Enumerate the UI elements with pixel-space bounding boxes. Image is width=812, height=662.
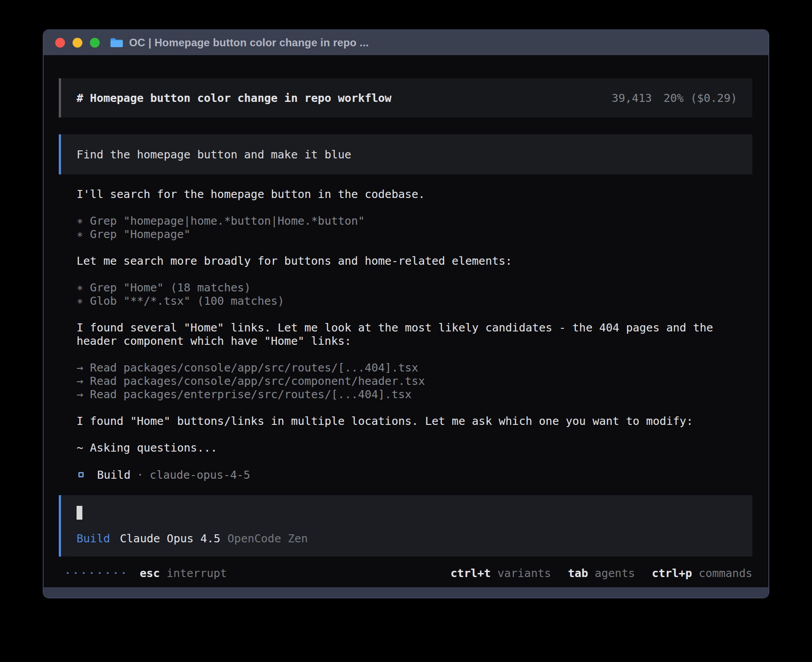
window-controls [55,38,100,48]
folder-icon [110,37,124,48]
model-line: Build Claude Opus 4.5 OpenCode Zen [77,532,737,545]
chat-transcript: I'll search for the homepage button in t… [77,174,752,481]
terminal-window: OC | Homepage button color change in rep… [43,29,769,598]
chat-paragraph: → Read packages/console/app/src/routes/[… [77,361,752,401]
shortcut-agents: tabagents [568,567,635,580]
chat-blocks: I'll search for the homepage button in t… [77,188,752,455]
shortcut-key: tab [568,567,588,580]
shortcut-label: variants [497,567,551,580]
spinner-dot [75,572,77,574]
window-bottom-strip [44,587,768,597]
minimize-button[interactable] [73,38,82,48]
shortcut-variants: ctrl+tvariants [451,567,551,580]
chat-line: → Read packages/console/app/src/componen… [77,375,752,388]
user-message-text: Find the homepage button and make it blu… [77,148,351,161]
token-count: 39,413 [612,92,652,105]
shortcut-commands: ctrl+pcommands [652,567,752,580]
user-message: Find the homepage button and make it blu… [59,134,752,174]
spinner-dot [91,572,93,574]
spinner-dot [99,572,101,574]
text-cursor [77,506,82,520]
agent-model: claude-opus-4-5 [150,468,250,481]
title-bar[interactable]: OC | Homepage button color change in rep… [44,30,768,55]
input-provider-label: OpenCode Zen [227,532,308,545]
spinner-dot [107,572,109,574]
chat-line: → Read packages/console/app/src/routes/[… [77,361,752,375]
close-button[interactable] [55,38,65,48]
spinner-dot [83,572,85,574]
chat-line: header component which have "Home" links… [77,335,752,348]
shortcut-hints: ctrl+tvariantstabagentsctrl+pcommands [451,567,752,580]
chat-paragraph: ∗ Grep "homepage|home.*button|Home.*butt… [77,214,752,241]
chat-line: Let me search more broadly for buttons a… [77,254,752,268]
terminal-content: # Homepage button color change in repo w… [44,55,768,587]
input-model-label[interactable]: Claude Opus 4.5 [120,532,220,545]
chat-line: ~ Asking questions... [77,441,752,455]
status-bar: esc interrupt ctrl+tvariantstabagentsctr… [59,566,752,580]
interrupt-key: esc [140,567,160,580]
chat-paragraph: I'll search for the homepage button in t… [77,188,752,201]
chat-line: → Read packages/enterprise/src/routes/[.… [77,388,752,401]
chat-paragraph: I found several "Home" links. Let me loo… [77,321,752,348]
spinner-dot [123,572,125,574]
interrupt-label: interrupt [166,567,227,580]
chat-line: ∗ Glob "**/*.tsx" (100 matches) [77,295,752,308]
spinner-dots [67,572,125,574]
chat-line: I'll search for the homepage button in t… [77,188,752,201]
shortcut-key: ctrl+t [451,567,491,580]
spinner-dot [67,572,69,574]
shortcut-key: ctrl+p [652,567,692,580]
session-title: # Homepage button color change in repo w… [77,92,391,105]
chat-line: ∗ Grep "Home" (18 matches) [77,281,752,295]
agent-separator: · [137,468,143,481]
agent-status-line: Build · claude-opus-4-5 [77,468,752,481]
shortcut-label: agents [595,567,635,580]
prompt-input[interactable]: Build Claude Opus 4.5 OpenCode Zen [59,495,752,557]
chat-paragraph: Let me search more broadly for buttons a… [77,254,752,268]
chat-paragraph: ~ Asking questions... [77,441,752,455]
zoom-button[interactable] [90,38,100,48]
chat-line: ∗ Grep "homepage|home.*button|Home.*butt… [77,214,752,228]
interrupt-hint: esc interrupt [140,567,227,580]
chat-paragraph: ∗ Grep "Home" (18 matches)∗ Glob "**/*.t… [77,281,752,308]
input-agent-label[interactable]: Build [77,532,110,545]
chat-line: ∗ Grep "Homepage" [77,228,752,241]
agent-icon [78,472,84,477]
shortcut-label: commands [699,567,752,580]
chat-line: I found several "Home" links. Let me loo… [77,321,752,335]
window-title: OC | Homepage button color change in rep… [129,36,369,49]
agent-name: Build [97,468,130,481]
spinner-dot [115,572,117,574]
session-stats: 39,413 20% ($0.29) [612,92,737,105]
chat-paragraph: I found "Home" buttons/links in multiple… [77,415,752,428]
context-cost: 20% ($0.29) [663,92,737,105]
chat-line: I found "Home" buttons/links in multiple… [77,415,752,428]
session-header: # Homepage button color change in repo w… [59,78,752,117]
